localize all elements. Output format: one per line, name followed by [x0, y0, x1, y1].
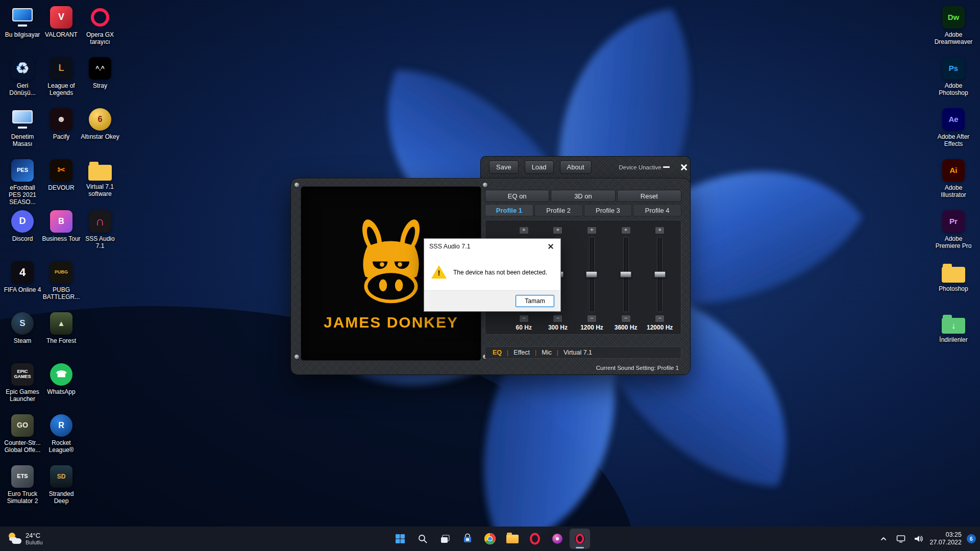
volume-tray-button[interactable]	[912, 531, 924, 547]
desktop-icon-pubg[interactable]: PUBGPUBG BATTLEGR...	[42, 258, 81, 309]
dialog-close-button[interactable]	[541, 239, 560, 254]
the-forest-icon: ▲	[50, 312, 72, 335]
eq-plus-button[interactable]: +	[553, 227, 562, 234]
opera-gx-browser-icon	[91, 8, 109, 27]
desktop-icon-photoshop[interactable]: PsAdobe Photoshop	[931, 54, 976, 105]
desktop-icon-whatsapp[interactable]: ☎WhatsApp	[42, 360, 81, 411]
eq-minus-button[interactable]: −	[587, 315, 597, 322]
chrome-button[interactable]	[480, 529, 500, 549]
screw-icon	[295, 183, 299, 187]
desktop-icon-bu-bilgisayar[interactable]: Bu bilgisayar	[3, 3, 42, 54]
eq-slider-track[interactable]	[589, 237, 595, 312]
desktop-icon-valorant[interactable]: VVALORANT	[42, 3, 81, 54]
opera-gx-button[interactable]	[570, 529, 590, 549]
desktop-icon-label: DEVOUR	[48, 184, 74, 191]
desktop-icon-geri-donusum[interactable]: ♻Geri Dönüşü...	[3, 54, 42, 105]
close-button[interactable]	[679, 163, 689, 172]
network-tray-button[interactable]	[895, 531, 907, 547]
desktop-icon-altinstar-okey[interactable]: 6Altınstar Okey	[81, 105, 119, 156]
save-button[interactable]: Save	[489, 161, 519, 174]
eq-plus-button[interactable]: +	[587, 227, 597, 234]
hidden-icons-chevron[interactable]	[877, 531, 890, 547]
desktop-icon-efootball-pes[interactable]: PESeFootball PES 2021 SEASO...	[3, 156, 42, 207]
minimize-button[interactable]	[662, 163, 672, 172]
tab-eq[interactable]: EQ	[493, 349, 502, 356]
reset-button[interactable]: Reset	[617, 190, 681, 202]
search-button[interactable]	[412, 529, 433, 549]
task-view-icon	[439, 533, 451, 544]
tab-profile-2[interactable]: Profile 2	[534, 204, 583, 216]
opera-button[interactable]	[525, 529, 545, 549]
desktop-icon-illustrator[interactable]: AiAdobe Illustrator	[931, 156, 976, 207]
screw-icon	[295, 355, 299, 359]
chevron-up-icon	[879, 535, 888, 543]
eq-minus-button[interactable]: −	[655, 315, 665, 322]
desktop-icon-the-forest[interactable]: ▲The Forest	[42, 309, 81, 360]
desktop-icon-stray[interactable]: ^.^Stray	[81, 54, 119, 105]
weather-widget[interactable]: 24°C Bulutlu	[3, 527, 48, 551]
clock-time: 03:25	[929, 531, 962, 539]
desktop-icon-label: Bu bilgisayar	[5, 31, 40, 38]
eq-minus-button[interactable]: −	[621, 315, 631, 322]
tab-effect[interactable]: Effect	[513, 349, 530, 356]
desktop-icon-stranded-deep[interactable]: SDStranded Deep	[42, 462, 81, 513]
eq-slider-track[interactable]	[623, 237, 629, 312]
tab-profile-3[interactable]: Profile 3	[584, 204, 632, 216]
volume-icon	[913, 534, 923, 544]
tab-separator: |	[535, 349, 536, 356]
notification-badge[interactable]: 6	[967, 534, 976, 543]
eq-minus-button[interactable]: −	[553, 315, 562, 322]
tab-profile-1[interactable]: Profile 1	[485, 204, 533, 216]
devour-icon: ✂	[50, 159, 72, 182]
eq-plus-button[interactable]: +	[655, 227, 665, 234]
adobe-after-effects-icon: Ae	[942, 108, 965, 131]
desktop-icon-label: Altınstar Okey	[81, 133, 119, 140]
file-explorer-button[interactable]	[502, 529, 523, 549]
about-button[interactable]: About	[560, 161, 592, 174]
eq-slider-handle[interactable]	[620, 271, 632, 278]
eq-slider-handle[interactable]	[586, 271, 598, 278]
desktop-icon-indirilenler[interactable]: ↓İndirilenler	[931, 309, 976, 360]
tab-virtual-71[interactable]: Virtual 7.1	[564, 349, 592, 356]
desktop-icon-denetim-masasi[interactable]: Denetim Masası	[3, 105, 42, 156]
desktop-icon-rocket-league[interactable]: RRocket League®	[42, 411, 81, 462]
eq-plus-button[interactable]: +	[621, 227, 631, 234]
taskbar-clock[interactable]: 03:25 27.07.2022	[929, 531, 962, 546]
desktop-icon-ets2[interactable]: ETSEuro Truck Simulator 2	[3, 462, 42, 513]
desktop-icon-premiere[interactable]: PrAdobe Premiere Pro	[931, 207, 976, 258]
desktop-icon-label: Adobe Dreamweaver	[932, 31, 975, 45]
desktop-icon-sss-audio[interactable]: ∩SSS Audio 7.1	[81, 207, 119, 258]
eq-minus-button[interactable]: −	[519, 315, 529, 322]
desktop-icon-after-effects[interactable]: AeAdobe After Effects	[931, 105, 976, 156]
desktop-icon-label: Discord	[12, 235, 33, 242]
media-disc-app-button[interactable]	[547, 529, 568, 549]
3d-on-button[interactable]: 3D on	[551, 190, 615, 202]
eq-on-button[interactable]: EQ on	[485, 190, 549, 202]
desktop-icon-epic-games[interactable]: EPIC GAMESEpic Games Launcher	[3, 360, 42, 411]
desktop-icon-photoshop-folder[interactable]: Photoshop	[931, 258, 976, 309]
eq-plus-button[interactable]: +	[519, 227, 529, 234]
desktop-icon-business-tour[interactable]: BBusiness Tour	[42, 207, 81, 258]
desktop-icon-dreamweaver[interactable]: DwAdobe Dreamweaver	[931, 3, 976, 54]
desktop-icon-pacify[interactable]: ☻Pacify	[42, 105, 81, 156]
desktop-icon-label: Steam	[14, 337, 32, 344]
task-view-button[interactable]	[435, 529, 455, 549]
epic-games-icon: EPIC GAMES	[11, 363, 34, 386]
tab-profile-4[interactable]: Profile 4	[633, 204, 681, 216]
tamam-button[interactable]: Tamam	[516, 295, 554, 307]
tab-mic[interactable]: Mic	[542, 349, 551, 356]
desktop-icon-csgo[interactable]: GOCounter-Str... Global Offe...	[3, 411, 42, 462]
desktop-icon-steam[interactable]: SSteam	[3, 309, 42, 360]
desktop-icon-devour[interactable]: ✂DEVOUR	[42, 156, 81, 207]
desktop-icon-discord[interactable]: DDiscord	[3, 207, 42, 258]
desktop-icon-opera-gx-desktop[interactable]: Opera GX tarayıcı	[81, 3, 119, 54]
league-of-legends-icon: L	[50, 57, 72, 80]
desktop-icon-fifa-online-4[interactable]: 4FIFA Online 4	[3, 258, 42, 309]
load-button[interactable]: Load	[525, 161, 554, 174]
desktop-icon-virtual-71[interactable]: Virtual 7.1 software	[81, 156, 119, 207]
microsoft-store-button[interactable]	[457, 529, 478, 549]
eq-slider-track[interactable]	[657, 237, 663, 312]
start-button[interactable]	[390, 529, 410, 549]
eq-slider-handle[interactable]	[654, 271, 666, 278]
desktop-icon-league-of-legends[interactable]: LLeague of Legends	[42, 54, 81, 105]
